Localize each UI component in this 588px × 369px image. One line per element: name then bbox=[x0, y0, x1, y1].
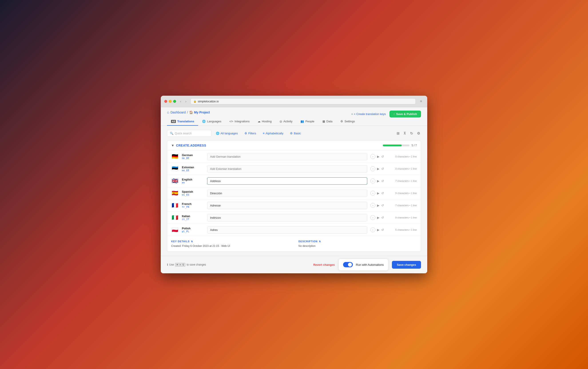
lang-code: it_IT bbox=[182, 218, 204, 221]
play-button[interactable]: ▶ bbox=[377, 191, 380, 195]
back-button[interactable]: ‹ bbox=[179, 99, 183, 104]
row-actions: ○ ▶ ↺ 9 characters • 1 line bbox=[370, 215, 417, 220]
table-row: 🇬🇧 English en ○ ▶ ↺ 7 characters • 1 lin… bbox=[167, 175, 421, 187]
browser-chrome: ‹ › 🔒 simplelocalize.io + bbox=[161, 96, 427, 107]
play-button[interactable]: ▶ bbox=[377, 204, 380, 207]
history-button[interactable]: ↺ bbox=[381, 228, 384, 232]
play-button[interactable]: ▶ bbox=[377, 228, 380, 232]
all-languages-button[interactable]: 🌐 All languages bbox=[214, 130, 240, 136]
integrations-icon: </> bbox=[229, 120, 233, 123]
row-actions: ○ ▶ ↺ 7 characters • 1 line bbox=[370, 203, 417, 208]
circle-action-button[interactable]: ○ bbox=[370, 203, 375, 208]
lang-name: Polish bbox=[182, 227, 204, 230]
circle-action-button[interactable]: ○ bbox=[370, 227, 375, 232]
automations-label: Run with Automations bbox=[356, 263, 384, 266]
maximize-button[interactable] bbox=[173, 100, 176, 103]
tab-translations[interactable]: AB Translations bbox=[167, 117, 198, 126]
translation-input-de_DE[interactable] bbox=[207, 153, 367, 160]
save-publish-button[interactable]: ↑ Save & Publish bbox=[390, 111, 421, 117]
home-icon: ⌂ bbox=[167, 110, 169, 114]
grid-view-button[interactable]: ⊞ bbox=[396, 130, 400, 136]
table-row: 🇵🇱 Polish pl_PL ○ ▶ ↺ 5 characters • 1 l… bbox=[167, 224, 421, 236]
tab-integrations[interactable]: </> Integrations bbox=[225, 117, 254, 126]
close-button[interactable] bbox=[164, 100, 167, 103]
tab-people[interactable]: 👥 People bbox=[297, 117, 318, 126]
translation-input-es_ES[interactable] bbox=[207, 190, 367, 197]
history-button[interactable]: ↺ bbox=[381, 191, 384, 195]
url-bar[interactable]: 🔒 simplelocalize.io bbox=[191, 98, 416, 104]
nav-tabs: AB Translations 🌐 Languages </> Integrat… bbox=[167, 117, 421, 126]
translation-input-it_IT[interactable] bbox=[207, 214, 367, 221]
sort-icon: ≡ bbox=[263, 132, 265, 135]
history-button[interactable]: ↺ bbox=[381, 167, 384, 171]
create-translation-keys-button[interactable]: + + Create translation keys bbox=[351, 112, 386, 116]
history-button[interactable]: ↺ bbox=[381, 155, 384, 158]
refresh-button[interactable]: ↻ bbox=[409, 130, 414, 136]
table-row: 🇪🇪 Estonian ee_EE ○ ▶ ↺ 0 characters • 1… bbox=[167, 163, 421, 175]
circle-action-button[interactable]: ○ bbox=[370, 178, 375, 183]
shortcut-info: ℹ Use ⌘ + S to save changes bbox=[167, 263, 206, 267]
play-button[interactable]: ▶ bbox=[377, 155, 380, 158]
toggle-thumb bbox=[348, 263, 352, 267]
description-col: DESCRIPTION ⇅ No description bbox=[299, 240, 417, 247]
play-button[interactable]: ▶ bbox=[377, 179, 380, 183]
minimize-button[interactable] bbox=[169, 100, 172, 103]
url-text: simplelocalize.io bbox=[198, 100, 219, 103]
circle-action-button[interactable]: ○ bbox=[370, 154, 375, 159]
circle-action-button[interactable]: ○ bbox=[370, 191, 375, 195]
tab-hosting[interactable]: ☁ Hosting bbox=[254, 117, 276, 126]
translation-input-fr_FR[interactable] bbox=[207, 202, 367, 209]
breadcrumb-project[interactable]: 🏠 My Project bbox=[189, 111, 210, 114]
tab-languages[interactable]: 🌐 Languages bbox=[198, 117, 225, 126]
filters-button[interactable]: ⚙ Filters bbox=[242, 130, 258, 136]
tab-activity[interactable]: ◎ Activity bbox=[276, 117, 297, 126]
settings-icon: ⚙ bbox=[340, 120, 343, 123]
flag-ee_EE: 🇪🇪 bbox=[171, 165, 179, 173]
translation-rows: 🇩🇪 German de_DE ○ ▶ ↺ 0 characters • 1 l… bbox=[167, 151, 421, 236]
flag-en: 🇬🇧 bbox=[171, 177, 179, 185]
translation-input-pl_PL[interactable] bbox=[207, 226, 367, 234]
settings-gear-button[interactable]: ⚙ bbox=[416, 130, 421, 136]
collapse-button[interactable]: ⊼ bbox=[402, 130, 407, 136]
lang-info: Polish pl_PL bbox=[182, 227, 204, 233]
history-button[interactable]: ↺ bbox=[381, 179, 384, 183]
section-title-left: ▼ CREATE.ADDRESS bbox=[171, 144, 206, 147]
char-count: 0 characters • 1 line bbox=[386, 167, 417, 170]
circle-action-button[interactable]: ○ bbox=[370, 166, 375, 171]
progress-text: 5 / 7 bbox=[412, 144, 417, 147]
translation-input-en[interactable] bbox=[207, 177, 367, 185]
section-header: ▼ CREATE.ADDRESS 5 / 7 bbox=[167, 141, 421, 151]
lang-code: es_ES bbox=[182, 193, 204, 196]
play-button[interactable]: ▶ bbox=[377, 167, 380, 171]
char-count: 7 characters • 1 line bbox=[386, 204, 417, 207]
circle-action-button[interactable]: ○ bbox=[370, 215, 375, 220]
automations-toggle[interactable] bbox=[343, 262, 353, 267]
row-actions: ○ ▶ ↺ 9 characters • 1 line bbox=[370, 191, 417, 195]
filter-icon: ⚙ bbox=[245, 132, 247, 135]
breadcrumb-dashboard[interactable]: Dashboard bbox=[171, 111, 186, 114]
collapse-chevron-icon[interactable]: ▼ bbox=[171, 144, 174, 147]
alphabetically-button[interactable]: ≡ Alphabetically bbox=[260, 130, 286, 136]
basic-button[interactable]: ⚙ Basic bbox=[288, 130, 303, 136]
lang-code: fr_FR bbox=[182, 205, 204, 208]
forward-button[interactable]: › bbox=[184, 99, 188, 104]
section-header-right: 5 / 7 bbox=[383, 144, 417, 147]
history-button[interactable]: ↺ bbox=[381, 216, 384, 219]
search-box[interactable]: 🔍 Quick search bbox=[167, 130, 211, 137]
translations-icon: AB bbox=[171, 120, 176, 123]
history-button[interactable]: ↺ bbox=[381, 204, 384, 207]
lang-name: Italian bbox=[182, 215, 204, 218]
char-count: 7 characters • 1 line bbox=[386, 180, 417, 182]
save-changes-button[interactable]: Save changes bbox=[392, 261, 421, 269]
tab-settings[interactable]: ⚙ Settings bbox=[336, 117, 359, 126]
lang-name: Estonian bbox=[182, 166, 204, 169]
tab-data[interactable]: ▦ Data bbox=[319, 117, 336, 126]
description-value: No description bbox=[299, 245, 417, 247]
revert-changes-button[interactable]: Revert changes bbox=[313, 263, 335, 266]
new-tab-button[interactable]: + bbox=[418, 99, 424, 104]
key-details-heading: KEY DETAILS ⇅ bbox=[171, 240, 289, 243]
char-count: 0 characters • 1 line bbox=[386, 155, 417, 158]
bottom-bar: ℹ Use ⌘ + S to save changes Revert chang… bbox=[161, 256, 427, 273]
translation-input-ee_EE[interactable] bbox=[207, 165, 367, 173]
play-button[interactable]: ▶ bbox=[377, 216, 380, 219]
